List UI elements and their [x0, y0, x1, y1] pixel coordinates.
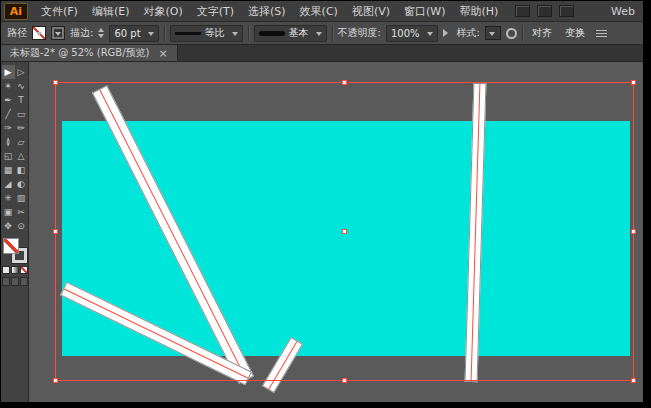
selection-bounding-box — [55, 82, 634, 381]
lasso-tool[interactable]: ∿ — [15, 79, 28, 93]
style-swatch-dropdown[interactable] — [485, 26, 501, 40]
menu-文件(F)[interactable]: 文件(F) — [34, 4, 85, 19]
illustrator-app: Ai 文件(F)编辑(E)对象(O)文字(T)选择(S)效果(C)视图(V)窗口… — [1, 1, 643, 402]
opacity-value: 100% — [391, 28, 420, 39]
control-bar: 路径 描边: 60 pt 等比 基本 不透明度: 100% 样式: 对齐 变换 — [1, 22, 643, 45]
selection-handle[interactable] — [342, 378, 347, 383]
menu-文字(T)[interactable]: 文字(T) — [190, 4, 241, 19]
selection-handle[interactable] — [53, 378, 58, 383]
mesh-tool[interactable]: ▦ — [2, 163, 15, 177]
color-mode-row — [2, 266, 28, 274]
divider — [522, 25, 523, 41]
width-profile-value: 等比 — [205, 26, 225, 40]
menu-帮助(H)[interactable]: 帮助(H) — [452, 4, 505, 19]
recolor-artwork-icon[interactable] — [506, 28, 517, 39]
none-mode-button[interactable] — [20, 266, 28, 274]
divider — [248, 25, 249, 41]
tools-grid: ▶▷✶∿✒T╱▭✑✏≬▱◱△▦◧◢◐✳▥▣✂✥⊙ — [2, 65, 28, 233]
draw-normal-button[interactable] — [2, 277, 10, 286]
column-graph-tool[interactable]: ▥ — [15, 191, 28, 205]
color-mode-button[interactable] — [2, 266, 10, 274]
arrange-documents-icon[interactable] — [515, 5, 530, 17]
brush-value: 基本 — [289, 26, 309, 40]
opacity-field[interactable]: 100% — [386, 25, 438, 42]
draw-behind-button[interactable] — [11, 277, 19, 286]
layout-icon[interactable] — [537, 5, 552, 17]
document-tab-title: 未标题-2* @ 52% (RGB/预览) — [10, 46, 149, 60]
workspace-switcher[interactable]: Web — [611, 5, 635, 18]
stroke-color-swatch[interactable] — [51, 26, 65, 40]
document-tab[interactable]: 未标题-2* @ 52% (RGB/预览) × — [1, 45, 178, 61]
selection-handle[interactable] — [631, 378, 636, 383]
width-profile-dropdown[interactable]: 等比 — [170, 25, 243, 42]
menubar-right: Web — [515, 5, 643, 18]
app-window: Ai 文件(F)编辑(E)对象(O)文字(T)选择(S)效果(C)视图(V)窗口… — [0, 0, 651, 408]
cs-services-icon[interactable] — [559, 5, 574, 17]
menu-编辑(E)[interactable]: 编辑(E) — [85, 4, 137, 19]
menu-选择(S)[interactable]: 选择(S) — [241, 4, 293, 19]
align-button[interactable]: 对齐 — [528, 26, 556, 40]
perspective-grid-tool[interactable]: △ — [15, 149, 28, 163]
menubar: Ai 文件(F)编辑(E)对象(O)文字(T)选择(S)效果(C)视图(V)窗口… — [1, 1, 643, 22]
tools-panel: ▶▷✶∿✒T╱▭✑✏≬▱◱△▦◧◢◐✳▥▣✂✥⊙ — [1, 62, 29, 402]
free-transform-tool[interactable]: ▱ — [15, 135, 28, 149]
selection-type-label: 路径 — [7, 26, 27, 40]
line-profile-icon — [175, 32, 201, 35]
zoom-tool[interactable]: ⊙ — [15, 219, 28, 233]
close-tab-icon[interactable]: × — [158, 48, 167, 59]
app-logo-icon: Ai — [4, 3, 28, 20]
gradient-mode-button[interactable] — [11, 266, 19, 274]
artboard-tool[interactable]: ▣ — [2, 205, 15, 219]
fill-color-swatch[interactable] — [32, 26, 46, 40]
stroke-width-stepper[interactable] — [98, 25, 104, 41]
panel-menu-icon[interactable] — [596, 30, 607, 31]
fill-stroke-indicator — [3, 238, 27, 263]
transform-button[interactable]: 变换 — [561, 26, 589, 40]
draw-mode-row — [2, 277, 28, 286]
selection-handle[interactable] — [631, 229, 636, 234]
blend-tool[interactable]: ◐ — [15, 177, 28, 191]
magic-wand-tool[interactable]: ✶ — [2, 79, 15, 93]
fill-swatch[interactable] — [3, 238, 19, 254]
paintbrush-tool[interactable]: ✑ — [2, 121, 15, 135]
brush-preview-icon — [259, 31, 285, 36]
eyedropper-tool[interactable]: ◢ — [2, 177, 15, 191]
shape-builder-tool[interactable]: ◱ — [2, 149, 15, 163]
selection-handle[interactable] — [53, 229, 58, 234]
style-label: 样式: — [457, 26, 480, 40]
pen-tool[interactable]: ✒ — [2, 93, 15, 107]
width-tool[interactable]: ≬ — [2, 135, 15, 149]
document-tabbar: 未标题-2* @ 52% (RGB/预览) × — [1, 45, 643, 62]
opacity-label: 不透明度: — [338, 26, 381, 40]
pencil-tool[interactable]: ✏ — [15, 121, 28, 135]
main-area: ▶▷✶∿✒T╱▭✑✏≬▱◱△▦◧◢◐✳▥▣✂✥⊙ — [1, 62, 643, 402]
direct-selection-tool[interactable]: ▷ — [15, 65, 28, 79]
stroke-width-value: 60 pt — [114, 28, 140, 39]
divider — [164, 25, 165, 41]
stroke-width-field[interactable]: 60 pt — [109, 25, 158, 42]
menu-效果(C)[interactable]: 效果(C) — [293, 4, 345, 19]
selection-handle[interactable] — [342, 80, 347, 85]
menubar-menus: 文件(F)编辑(E)对象(O)文字(T)选择(S)效果(C)视图(V)窗口(W)… — [34, 4, 505, 19]
canvas[interactable] — [29, 62, 643, 402]
stroke-label: 描边: — [70, 26, 93, 40]
draw-inside-button[interactable] — [20, 277, 28, 286]
symbol-sprayer-tool[interactable]: ✳ — [2, 191, 15, 205]
type-tool[interactable]: T — [15, 93, 28, 107]
selection-handle[interactable] — [631, 80, 636, 85]
menu-视图(V)[interactable]: 视图(V) — [345, 4, 397, 19]
hand-tool[interactable]: ✥ — [2, 219, 15, 233]
selection-center-handle[interactable] — [342, 229, 347, 234]
line-segment-tool[interactable]: ╱ — [2, 107, 15, 121]
menu-对象(O)[interactable]: 对象(O) — [136, 4, 189, 19]
rectangle-tool[interactable]: ▭ — [15, 107, 28, 121]
slice-tool[interactable]: ✂ — [15, 205, 28, 219]
selection-handle[interactable] — [53, 80, 58, 85]
opacity-panel-arrow-icon[interactable] — [443, 29, 452, 37]
divider — [332, 25, 333, 41]
brush-definition-dropdown[interactable]: 基本 — [254, 25, 327, 42]
menu-窗口(W)[interactable]: 窗口(W) — [397, 4, 452, 19]
gradient-tool[interactable]: ◧ — [15, 163, 28, 177]
selection-tool[interactable]: ▶ — [2, 65, 15, 79]
